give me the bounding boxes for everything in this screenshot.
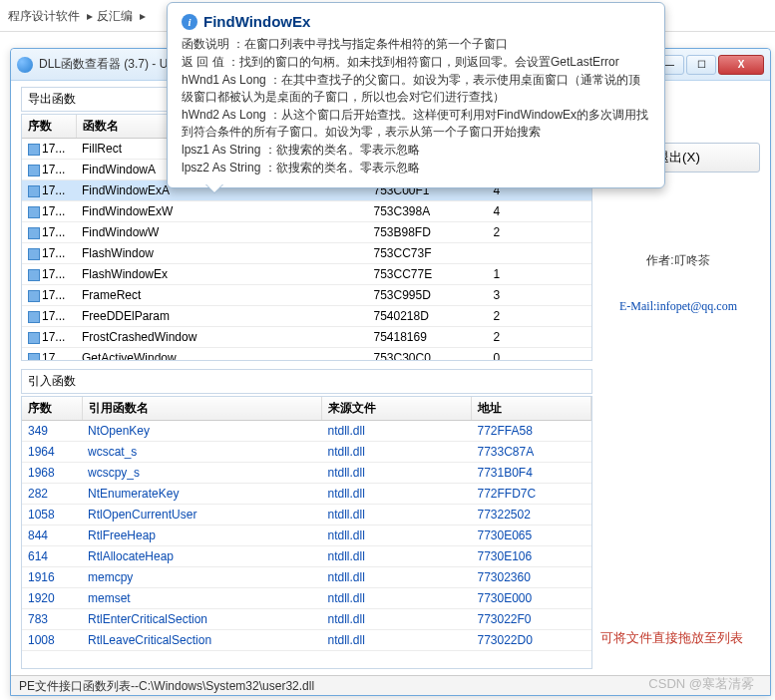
row-icon (28, 332, 40, 344)
table-row[interactable]: 282NtEnumerateKeyntdll.dll772FFD7C (22, 484, 591, 505)
row-icon (28, 227, 40, 239)
watermark: CSDN @寒茗清雾 (648, 675, 754, 693)
row-icon (28, 290, 40, 302)
table-row[interactable]: 17...FlashWindow753CC73F (22, 243, 591, 264)
info-icon: i (182, 14, 197, 30)
import-th-addr[interactable]: 地址 (472, 397, 591, 421)
table-row[interactable]: 844RtlFreeHeapntdll.dll7730E065 (22, 525, 591, 546)
status-bar: PE文件接口函数列表--C:\Windows\System32\user32.d… (11, 675, 770, 695)
table-row[interactable]: 17...FreeDDElParam7540218D2 (22, 306, 591, 327)
row-icon (28, 353, 40, 360)
table-row[interactable]: 1916memcpyntdll.dll77302360 (22, 567, 591, 588)
table-row[interactable]: 17...FindWindowW753B98FD2 (22, 222, 591, 243)
status-text: PE文件接口函数列表--C:\Windows\System32\user32.d… (19, 679, 314, 693)
table-row[interactable]: 17...FlashWindowEx753CC77E1 (22, 264, 591, 285)
import-th-src[interactable]: 来源文件 (322, 397, 472, 421)
import-panel-label: 引入函数 (21, 369, 592, 394)
import-th-name[interactable]: 引用函数名 (82, 397, 322, 421)
email-label[interactable]: E-Mail:infopet@qq.com (596, 299, 760, 314)
export-th-seq[interactable]: 序数 (22, 115, 76, 139)
table-row[interactable]: 17...FindWindowExW753C398A4 (22, 201, 591, 222)
app-icon (17, 57, 33, 73)
table-row[interactable]: 17...FrostCrashedWindow754181692 (22, 327, 591, 348)
row-icon (28, 206, 40, 218)
table-row[interactable]: 1058RtlOpenCurrentUserntdll.dll77322502 (22, 505, 591, 525)
table-row[interactable]: 1008RtlLeaveCriticalSectionntdll.dll7730… (22, 630, 591, 651)
table-row[interactable]: 17...FrameRect753C995D3 (22, 285, 591, 306)
row-icon (28, 269, 40, 281)
row-icon (28, 311, 40, 323)
table-row[interactable]: 17GetActiveWindow753C30C00 (22, 348, 591, 361)
table-row[interactable]: 783RtlEnterCriticalSectionntdll.dll77302… (22, 609, 591, 630)
row-icon (28, 165, 40, 176)
row-icon (28, 144, 40, 156)
tooltip-title: iFindWindowEx (182, 13, 650, 30)
import-table-scroll[interactable]: 序数 引用函数名 来源文件 地址 349NtOpenKeyntdll.dll77… (22, 397, 591, 668)
close-button[interactable]: X (718, 55, 764, 75)
table-row[interactable]: 1920memsetntdll.dll7730E000 (22, 588, 591, 609)
table-row[interactable]: 349NtOpenKeyntdll.dll772FFA58 (22, 421, 591, 442)
breadcrumb-item[interactable]: 程序设计软件 (8, 9, 80, 23)
table-row[interactable]: 1968wcscpy_sntdll.dll7731B0F4 (22, 463, 591, 484)
drag-hint: 可将文件直接拖放至列表 (600, 629, 770, 647)
import-table: 序数 引用函数名 来源文件 地址 349NtOpenKeyntdll.dll77… (22, 397, 591, 651)
row-icon (28, 248, 40, 260)
row-icon (28, 185, 40, 197)
author-label: 作者:叮咚茶 (596, 252, 760, 269)
import-th-seq[interactable]: 序数 (22, 397, 82, 421)
function-tooltip: iFindWindowEx 函数说明 ：在窗口列表中寻找与指定条件相符的第一个子… (167, 2, 665, 188)
maximize-button[interactable]: ☐ (686, 55, 716, 75)
table-row[interactable]: 1964wcscat_sntdll.dll7733C87A (22, 442, 591, 463)
breadcrumb-item[interactable]: 反汇编 (97, 9, 133, 23)
table-row[interactable]: 614RtlAllocateHeapntdll.dll7730E106 (22, 546, 591, 567)
